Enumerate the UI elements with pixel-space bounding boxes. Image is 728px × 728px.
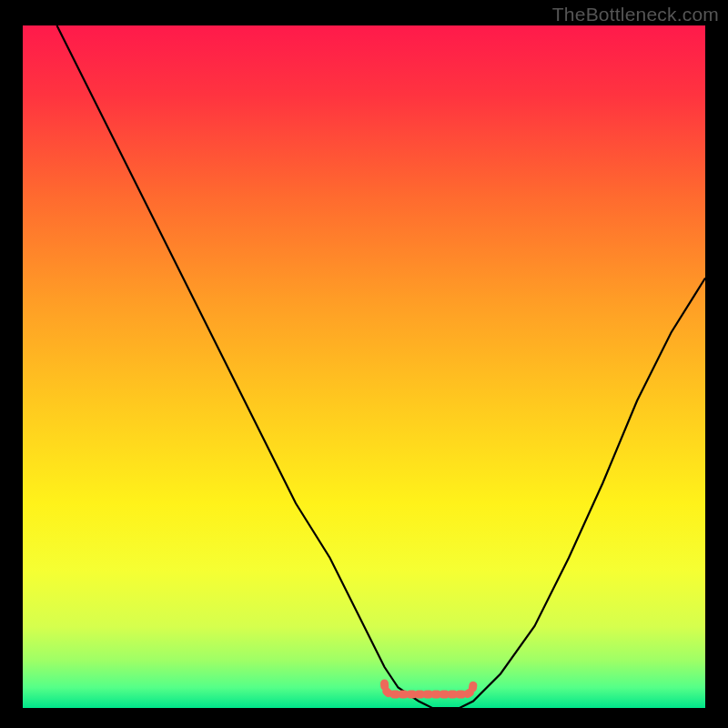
chart-container: TheBottleneck.com bbox=[0, 0, 728, 728]
bottleneck-chart bbox=[0, 0, 728, 728]
plot-background bbox=[23, 25, 705, 708]
watermark-text: TheBottleneck.com bbox=[552, 4, 719, 25]
